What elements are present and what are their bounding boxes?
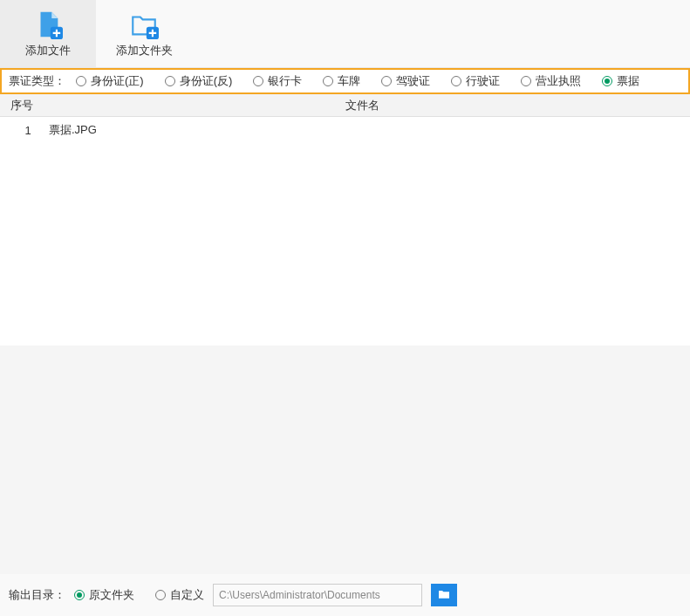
radio-icon [521, 76, 531, 86]
output-row: 输出目录： 原文件夹自定义 C:\Users\Administrator\Doc… [0, 574, 690, 616]
radio-icon [74, 590, 85, 600]
certificate-type-option[interactable]: 营业执照 [521, 73, 581, 89]
radio-label: 行驶证 [466, 73, 500, 89]
radio-icon [76, 76, 86, 86]
radio-icon [381, 76, 392, 86]
output-radio-group: 原文件夹自定义 [74, 587, 204, 603]
add-folder-label: 添加文件夹 [116, 43, 173, 58]
column-index: 序号 [10, 98, 45, 113]
add-file-button[interactable]: 添加文件 [0, 0, 96, 67]
output-option[interactable]: 自定义 [155, 587, 204, 603]
certificate-type-option[interactable]: 驾驶证 [381, 73, 430, 89]
row-filename: 票据.JPG [45, 122, 680, 138]
radio-icon [451, 76, 461, 86]
certificate-type-option[interactable]: 票据 [602, 73, 639, 89]
output-option[interactable]: 原文件夹 [74, 587, 134, 603]
file-list: 1票据.JPG [0, 117, 690, 346]
radio-icon [165, 76, 175, 86]
browse-button[interactable] [431, 584, 457, 606]
radio-icon [155, 590, 166, 600]
output-path-input[interactable]: C:\Users\Administrator\Documents [213, 584, 422, 606]
radio-label: 原文件夹 [89, 587, 134, 603]
certificate-type-option[interactable]: 车牌 [323, 73, 360, 89]
radio-icon [323, 76, 333, 86]
file-add-icon [33, 10, 63, 39]
folder-add-icon [129, 10, 159, 39]
row-index: 1 [10, 124, 45, 137]
radio-label: 驾驶证 [396, 73, 430, 89]
add-file-label: 添加文件 [25, 43, 71, 58]
table-header: 序号 文件名 [0, 94, 690, 117]
radio-label: 身份证(正) [91, 73, 144, 89]
certificate-type-row: 票证类型： 身份证(正)身份证(反)银行卡车牌驾驶证行驶证营业执照票据 [0, 68, 690, 94]
certificate-type-option[interactable]: 行驶证 [451, 73, 500, 89]
radio-label: 车牌 [338, 73, 360, 89]
certificate-type-option[interactable]: 银行卡 [253, 73, 302, 89]
certificate-type-label: 票证类型： [9, 73, 65, 89]
add-folder-button[interactable]: 添加文件夹 [96, 0, 192, 67]
radio-icon [602, 76, 612, 86]
certificate-type-option[interactable]: 身份证(正) [76, 73, 144, 89]
radio-label: 营业执照 [536, 73, 581, 89]
radio-label: 银行卡 [268, 73, 302, 89]
radio-label: 自定义 [170, 587, 204, 603]
radio-label: 身份证(反) [180, 73, 233, 89]
table-row[interactable]: 1票据.JPG [0, 117, 690, 143]
folder-icon [437, 587, 451, 604]
column-filename: 文件名 [45, 98, 680, 113]
radio-label: 票据 [617, 73, 639, 89]
blank-area [0, 346, 690, 574]
certificate-type-radio-group: 身份证(正)身份证(反)银行卡车牌驾驶证行驶证营业执照票据 [76, 73, 639, 89]
radio-icon [253, 76, 263, 86]
certificate-type-option[interactable]: 身份证(反) [165, 73, 233, 89]
output-label: 输出目录： [9, 587, 65, 603]
toolbar: 添加文件 添加文件夹 [0, 0, 690, 68]
